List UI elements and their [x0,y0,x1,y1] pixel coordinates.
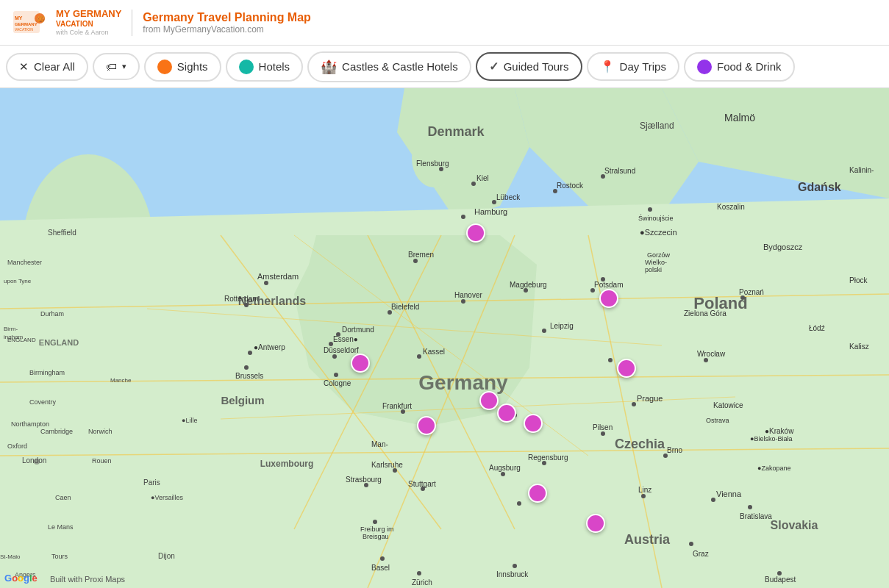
marker-berlin[interactable] [599,289,618,308]
check-icon: ✓ [489,60,499,74]
svg-point-39 [413,259,418,263]
castles-label: Castles & Castle Hotels [342,60,458,73]
svg-text:Rostock: Rostock [557,182,584,190]
svg-text:Belgium: Belgium [221,394,264,406]
logo-germany: GERMANY [73,8,121,19]
svg-text:Augsburg: Augsburg [489,464,521,472]
svg-point-75 [608,358,613,362]
svg-text:Płock: Płock [849,276,868,284]
marker-stuttgart[interactable] [417,416,436,435]
svg-text:Basel: Basel [371,564,390,572]
svg-text:Dijon: Dijon [158,552,175,560]
google-logo: Google [4,573,38,584]
svg-text:Regensburg: Regensburg [528,453,568,462]
marker-nuremberg1[interactable] [497,404,516,423]
sights-dot [157,60,172,74]
map-container[interactable]: Denmark Netherlands Belgium Luxembourg G… [0,88,889,588]
svg-text:Koszalin: Koszalin [717,203,745,211]
svg-text:Świnoujście: Świnoujście [638,214,674,222]
toolbar: ✕ Clear All 🏷 ▾ Sights Hotels 🏰 Castles … [0,46,889,88]
svg-text:Innsbruck: Innsbruck [496,570,529,578]
svg-text:Man-: Man- [371,440,388,448]
svg-text:Manchester: Manchester [7,259,42,266]
svg-text:Prague: Prague [637,394,663,403]
food-drink-button[interactable]: Food & Drink [684,52,795,82]
tag-chevron: ▾ [122,62,126,71]
svg-text:●Zakopane: ●Zakopane [757,465,790,472]
svg-text:Slovakia: Slovakia [771,519,818,531]
svg-point-47 [542,329,546,333]
clear-all-button[interactable]: ✕ Clear All [6,53,88,81]
svg-text:Austria: Austria [624,532,671,547]
svg-text:●Antwerp: ●Antwerp [254,343,285,351]
svg-text:Paris: Paris [143,478,160,487]
svg-text:Magdeburg: Magdeburg [510,281,547,289]
svg-text:Norwich: Norwich [88,428,113,435]
svg-point-102 [689,542,693,546]
site-url: from MyGermanyVacation.com [143,24,311,35]
svg-text:Le Mans: Le Mans [48,523,74,531]
svg-text:Malmö: Malmö [724,112,755,123]
svg-text:Czechia: Czechia [615,437,665,451]
food-drink-label: Food & Drink [717,60,782,73]
svg-text:Stralsund: Stralsund [604,167,635,175]
svg-text:Sheffield: Sheffield [48,229,76,237]
svg-text:Luxembourg: Luxembourg [260,459,314,469]
day-trips-button[interactable]: 📍 Day Trips [587,52,679,81]
svg-text:Zielona Góra: Zielona Góra [684,309,726,318]
svg-text:Stuttgart: Stuttgart [408,480,436,488]
tag-icon: 🏷 [106,60,117,73]
svg-text:●Versailles: ●Versailles [151,494,183,501]
svg-point-65 [244,365,249,370]
svg-point-81 [373,520,377,524]
header: MY GERMANY VACATION 🥨 MY GERMANY VACATIO… [0,0,889,46]
svg-point-100 [641,494,646,498]
svg-text:Frankfurt: Frankfurt [382,402,412,410]
marker-nuremberg3[interactable] [524,414,543,433]
sights-label: Sights [177,60,208,73]
svg-text:Germany: Germany [418,371,508,394]
svg-text:Strasbourg: Strasbourg [346,476,382,484]
svg-text:Denmark: Denmark [427,124,485,139]
guided-tours-button[interactable]: ✓ Guided Tours [476,52,582,81]
svg-text:Breisgau: Breisgau [363,533,389,540]
map-credit: Built with Proxi Maps [50,575,125,584]
svg-text:Lübeck: Lübeck [496,193,521,201]
svg-text:ingham: ingham [4,334,24,340]
marker-dusseldorf[interactable] [351,354,370,373]
svg-text:Rouen: Rouen [92,457,112,465]
svg-text:●Bielsko-Biała: ●Bielsko-Biała [750,435,792,442]
svg-text:Bydgoszcz: Bydgoszcz [763,243,803,251]
sights-button[interactable]: Sights [144,52,221,82]
svg-text:polski: polski [645,266,662,273]
castle-icon: 🏰 [321,59,337,75]
svg-text:Ostrava: Ostrava [706,417,729,424]
marker-nuremberg2[interactable] [479,391,499,410]
svg-text:Freiburg im: Freiburg im [360,526,394,533]
marker-munich[interactable] [528,484,547,503]
svg-text:Cambridge: Cambridge [40,428,73,435]
svg-text:Kassel: Kassel [423,348,445,356]
logo-text-block: MY GERMANY VACATION with Cole & Aaron [56,8,121,36]
svg-point-98 [513,564,517,568]
svg-point-45 [417,354,421,359]
marker-hamburg[interactable] [466,223,485,243]
hotels-dot [239,60,254,74]
svg-point-58 [332,354,337,359]
svg-text:Northampton: Northampton [11,420,49,428]
svg-point-56 [334,373,338,377]
tag-filter-button[interactable]: 🏷 ▾ [93,53,140,80]
marker-dresden[interactable] [617,359,636,378]
svg-point-77 [501,472,505,476]
svg-text:Poznań: Poznań [739,288,764,296]
hotels-button[interactable]: Hotels [226,52,304,82]
castles-button[interactable]: 🏰 Castles & Castle Hotels [307,51,471,82]
svg-text:Katowice: Katowice [713,401,743,409]
site-title-block: Germany Travel Planning Map from MyGerma… [143,11,311,35]
svg-text:Bratislava: Bratislava [740,512,772,520]
svg-point-63 [244,303,249,307]
svg-text:Vienna: Vienna [716,490,742,498]
marker-salzburg[interactable] [586,514,605,533]
svg-text:Potsdam: Potsdam [594,281,623,289]
logo-tagline: with Cole & Aaron [56,29,121,37]
